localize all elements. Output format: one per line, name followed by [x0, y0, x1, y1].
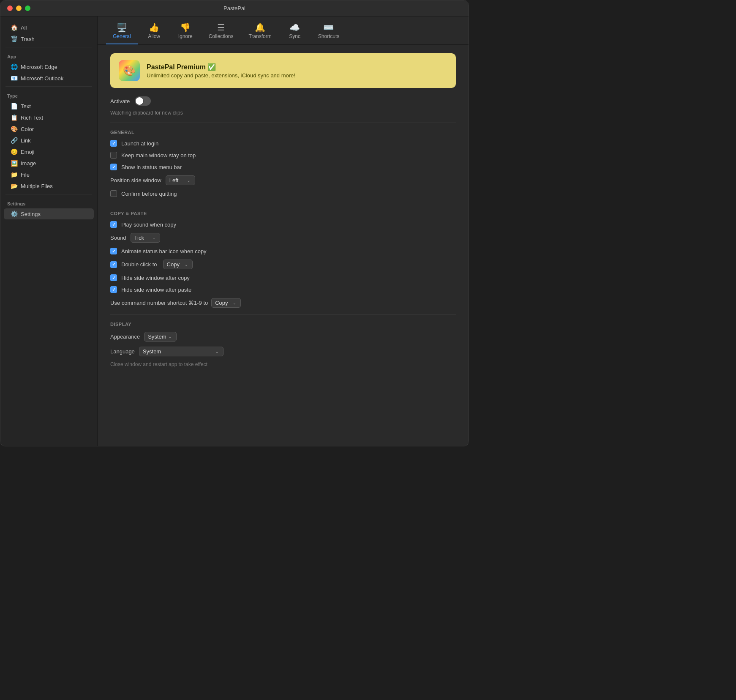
sidebar-item-outlook[interactable]: 📧 Microsoft Outlook	[4, 73, 94, 84]
play-sound-checkbox[interactable]	[110, 221, 117, 228]
appearance-value: System	[148, 334, 166, 340]
sidebar-item-edge[interactable]: 🌐 Microsoft Edge	[4, 61, 94, 72]
sidebar-item-settings-label: Settings	[21, 211, 41, 217]
position-row: Position side window Left ⌄	[110, 175, 456, 185]
content-area: 🖥️ General 👍 Allow 👎 Ignore ☰ Collection…	[98, 16, 469, 446]
sidebar-item-link[interactable]: 🔗 Link	[4, 135, 94, 146]
sidebar-item-text[interactable]: 📄 Text	[4, 101, 94, 112]
divider-3	[110, 314, 456, 315]
transform-tab-icon: 🔔	[255, 23, 265, 32]
command-shortcut-label: Use command number shortcut ⌘1-9 to	[110, 300, 208, 306]
sidebar-item-richtext-label: Rich Text	[21, 115, 43, 121]
sidebar-item-settings[interactable]: ⚙️ Settings	[4, 208, 94, 219]
outlook-icon: 📧	[11, 75, 17, 82]
maximize-button[interactable]	[25, 5, 30, 11]
richtext-icon: 📋	[11, 114, 17, 121]
sidebar-item-outlook-label: Microsoft Outlook	[21, 75, 63, 82]
confirm-quit-checkbox[interactable]	[110, 190, 117, 197]
restart-note: Close window and restart app to take eff…	[110, 361, 456, 367]
sidebar-item-trash[interactable]: 🗑️ Trash	[4, 33, 94, 44]
command-shortcut-select[interactable]: Copy ⌄	[211, 298, 241, 308]
play-sound-row: Play sound when copy	[110, 221, 456, 228]
tab-allow[interactable]: 👍 Allow	[139, 20, 169, 44]
double-click-select[interactable]: Copy ⌄	[163, 260, 193, 269]
hide-after-paste-label: Hide side window after paste	[121, 287, 191, 293]
tab-allow-label: Allow	[148, 33, 160, 39]
sidebar-item-link-label: Link	[21, 137, 31, 144]
sidebar-item-all[interactable]: 🏠 All	[4, 22, 94, 33]
sidebar-item-multiplefiles[interactable]: 📂 Multiple Files	[4, 180, 94, 191]
tab-bar: 🖥️ General 👍 Allow 👎 Ignore ☰ Collection…	[98, 16, 469, 45]
language-select[interactable]: System ⌄	[139, 347, 224, 356]
tab-shortcuts-label: Shortcuts	[318, 33, 340, 39]
sidebar-item-text-label: Text	[21, 103, 31, 109]
tab-sync[interactable]: ☁️ Sync	[280, 20, 310, 44]
appearance-label: Appearance	[110, 334, 140, 340]
sound-select[interactable]: Tick ⌄	[131, 233, 160, 243]
settings-content: 🎨 PastePal Premium ✅ Unlimited copy and …	[98, 45, 469, 446]
show-status-label: Show in status menu bar	[121, 164, 182, 170]
premium-title: PastePal Premium ✅	[147, 63, 295, 71]
keep-top-row: Keep main window stay on top	[110, 152, 456, 159]
allow-tab-icon: 👍	[149, 23, 159, 32]
command-shortcut-chevron-icon: ⌄	[233, 301, 236, 305]
sidebar-item-trash-label: Trash	[21, 36, 35, 42]
tab-shortcuts[interactable]: ⌨️ Shortcuts	[311, 20, 346, 44]
activate-row: Activate	[110, 96, 456, 106]
position-select[interactable]: Left ⌄	[166, 175, 195, 185]
premium-banner[interactable]: 🎨 PastePal Premium ✅ Unlimited copy and …	[110, 53, 456, 88]
tab-transform-label: Transform	[248, 33, 271, 39]
command-shortcut-row: Use command number shortcut ⌘1-9 to Copy…	[110, 298, 456, 308]
sound-label: Sound	[110, 235, 126, 241]
sidebar-item-richtext[interactable]: 📋 Rich Text	[4, 112, 94, 123]
tab-general[interactable]: 🖥️ General	[106, 20, 138, 44]
tab-transform[interactable]: 🔔 Transform	[242, 20, 278, 44]
sidebar-item-all-label: All	[21, 25, 27, 31]
double-click-label: Double click to	[121, 261, 157, 268]
double-click-value: Copy	[167, 261, 180, 268]
launch-login-label: Launch at login	[121, 140, 158, 147]
sidebar-item-image[interactable]: 🖼️ Image	[4, 158, 94, 169]
show-status-checkbox[interactable]	[110, 164, 117, 170]
sidebar-item-image-label: Image	[21, 160, 36, 167]
position-chevron-icon: ⌄	[187, 178, 191, 183]
hide-after-copy-label: Hide side window after copy	[121, 275, 190, 281]
hide-after-copy-checkbox[interactable]	[110, 274, 117, 281]
file-icon: 📁	[11, 171, 17, 178]
tab-ignore[interactable]: 👎 Ignore	[171, 20, 200, 44]
keep-top-checkbox[interactable]	[110, 152, 117, 159]
traffic-lights	[7, 5, 30, 11]
close-button[interactable]	[7, 5, 13, 11]
command-shortcut-value: Copy	[215, 300, 228, 306]
sidebar-item-file[interactable]: 📁 File	[4, 169, 94, 180]
sidebar: 🏠 All 🗑️ Trash App 🌐 Microsoft Edge 📧 Mi…	[0, 16, 98, 446]
launch-login-checkbox[interactable]	[110, 140, 117, 147]
language-value: System	[143, 348, 161, 355]
collections-tab-icon: ☰	[217, 23, 225, 32]
sidebar-item-color[interactable]: 🎨 Color	[4, 123, 94, 134]
sidebar-item-emoji-label: Emoji	[21, 149, 35, 155]
premium-icon: 🎨	[119, 60, 140, 81]
sound-row: Sound Tick ⌄	[110, 233, 456, 243]
appearance-select[interactable]: System ⌄	[144, 332, 177, 342]
sound-value: Tick	[134, 235, 144, 241]
sidebar-item-color-label: Color	[21, 126, 34, 132]
tab-collections[interactable]: ☰ Collections	[202, 20, 240, 44]
divider-1	[110, 123, 456, 123]
double-click-chevron-icon: ⌄	[185, 262, 188, 267]
language-chevron-icon: ⌄	[215, 350, 219, 354]
activate-description: Watching clipboard for new clips	[110, 110, 456, 116]
sidebar-divider-1	[5, 47, 92, 47]
app-section-label: App	[0, 50, 97, 61]
sidebar-item-file-label: File	[21, 172, 30, 178]
keep-top-label: Keep main window stay on top	[121, 152, 196, 159]
sidebar-item-emoji[interactable]: 😊 Emoji	[4, 146, 94, 157]
animate-icon-checkbox[interactable]	[110, 248, 117, 254]
sidebar-item-edge-label: Microsoft Edge	[21, 64, 57, 70]
window-title: PastePal	[224, 5, 245, 11]
activate-toggle[interactable]	[135, 96, 151, 106]
shortcuts-tab-icon: ⌨️	[323, 23, 334, 32]
minimize-button[interactable]	[16, 5, 22, 11]
hide-after-paste-checkbox[interactable]	[110, 286, 117, 293]
double-click-checkbox[interactable]	[110, 261, 117, 268]
